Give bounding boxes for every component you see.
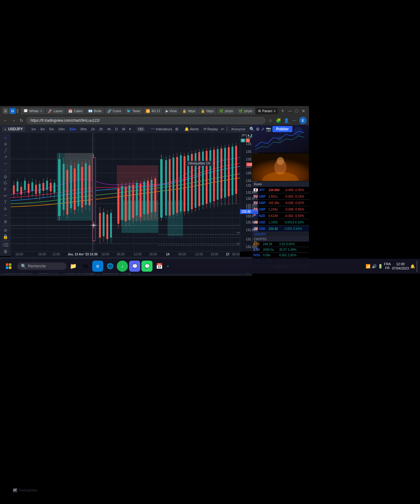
undo-button[interactable]: ↩: [221, 127, 224, 131]
tf-10m[interactable]: 10m: [57, 127, 66, 132]
active-tab-close[interactable]: ✕: [273, 109, 276, 113]
ticker-gbp2[interactable]: 🇬🇧 GBP 165.99x -0.028 -0.02%: [252, 200, 309, 206]
start-button[interactable]: [2, 260, 15, 272]
tab-phyto2[interactable]: 🌿 phyto: [236, 108, 255, 114]
tab-boite[interactable]: 📧 Boîte: [86, 108, 104, 114]
cursor-tool[interactable]: ⊹: [1, 135, 10, 140]
ray-tool[interactable]: ↗: [1, 154, 10, 160]
buy-button[interactable]: B: [241, 139, 245, 142]
notification-icon[interactable]: 🔔: [410, 264, 415, 269]
tf-w[interactable]: W: [121, 127, 127, 132]
taskbar-search[interactable]: 🔍 Recherche: [17, 262, 66, 270]
taskbar-calendar[interactable]: 📅: [154, 261, 165, 272]
label-tool[interactable]: A: [1, 206, 10, 211]
ticker-nzd[interactable]: 🇳🇿 NZD 0.6238 -0.002 -0.93%: [252, 213, 309, 219]
back-button[interactable]: ←: [2, 117, 9, 124]
language-indicator[interactable]: FRA FR: [384, 262, 391, 270]
taskbar-store[interactable]: 🛍: [80, 261, 91, 272]
tab-close-btn[interactable]: [17, 109, 18, 113]
indicators-button[interactable]: 〰 Indicateurs: [149, 126, 174, 132]
gann-tool[interactable]: G: [1, 180, 10, 186]
zoom-tool[interactable]: ⊕: [1, 219, 10, 224]
taskbar-discord[interactable]: 💬: [129, 261, 140, 272]
crosshair-tool[interactable]: ✛: [1, 141, 10, 147]
tf-5m[interactable]: 5m: [48, 127, 55, 132]
line-tool[interactable]: ╱: [1, 148, 10, 153]
tf-1m[interactable]: 1m: [30, 127, 37, 132]
tab-launc[interactable]: 🚀 Launc: [46, 108, 65, 114]
text-tool[interactable]: T: [1, 199, 10, 205]
symbol-button[interactable]: ● USDJPY: [2, 126, 25, 132]
ticker-usdjpy[interactable]: 🇺🇸 USD 133.42 0.851 0.64%: [252, 226, 309, 232]
profile-button[interactable]: 👤: [283, 117, 289, 124]
eraser-tool[interactable]: ⌫: [1, 242, 10, 248]
taskbar-chrome[interactable]: 🌐: [105, 261, 116, 272]
refresh-button[interactable]: ↻: [18, 117, 25, 124]
anonyme-button[interactable]: Anonyme: [228, 126, 248, 132]
taskbar-edge[interactable]: e: [92, 261, 103, 272]
tab-twee[interactable]: 🐦 Twee: [124, 108, 143, 114]
taskbar-whatsapp[interactable]: 💬: [141, 261, 153, 272]
close-button[interactable]: ✕: [300, 108, 307, 114]
minimize-button[interactable]: ─: [287, 108, 293, 114]
tab-calen[interactable]: 📅 Calen: [66, 108, 85, 114]
alert-button[interactable]: 🔔 Alerte: [183, 126, 200, 132]
search-icon[interactable]: 🔍: [249, 126, 255, 132]
taskbar-explorer[interactable]: 📁: [68, 261, 79, 272]
tab-https1[interactable]: 🔒 https: [180, 108, 198, 114]
fullscreen-icon[interactable]: ⤢: [261, 126, 265, 132]
tf-2h[interactable]: 2h: [97, 127, 104, 132]
wifi-icon[interactable]: 📶: [366, 264, 370, 269]
tf-15m[interactable]: 15m: [68, 127, 77, 132]
tf-30m[interactable]: 30m: [79, 127, 88, 132]
url-input[interactable]: [26, 117, 265, 124]
tf-more[interactable]: ▾: [128, 127, 132, 132]
channel-tool[interactable]: ⟋: [1, 167, 10, 173]
trash-tool[interactable]: 🗑: [1, 249, 10, 254]
tab-vime[interactable]: ▶ Vime: [163, 108, 180, 114]
tf-d[interactable]: D: [114, 127, 119, 132]
volume-icon[interactable]: 🔊: [372, 264, 377, 269]
brush-tool[interactable]: ✏: [1, 193, 10, 199]
browser-menu-icon[interactable]: ☰: [2, 108, 9, 114]
ticker-btc[interactable]: BTC 248.39 2.02 0.82%: [252, 242, 309, 247]
tab-corre[interactable]: 🔗 Corre: [105, 108, 124, 114]
maximize-button[interactable]: □: [294, 108, 299, 114]
ticker-eth[interactable]: ETH 2099.0x 35.07 1.48%: [252, 247, 309, 253]
ticker-jpy[interactable]: 🇯🇵 JPY 134.060 -0.009 -0.55%: [252, 187, 309, 193]
settings-icon[interactable]: ⚙: [256, 126, 260, 132]
bookmark-button[interactable]: ☆: [267, 117, 273, 124]
tf-3m[interactable]: 3m: [39, 127, 46, 132]
replay-button[interactable]: ⟳ Replay: [202, 126, 220, 132]
forward-button[interactable]: →: [10, 117, 17, 124]
taskbar-clock[interactable]: 12:00 07/04/2023: [392, 262, 409, 271]
extension-button[interactable]: 🧩: [275, 117, 281, 124]
sell-button[interactable]: S: [246, 139, 250, 142]
measure-tool[interactable]: ↔: [1, 212, 10, 218]
snapshot-icon[interactable]: 📷: [266, 126, 271, 132]
publish-button[interactable]: Publier: [272, 126, 292, 132]
chart-type-button[interactable]: OO: [137, 127, 145, 132]
new-tab-button[interactable]: +: [279, 107, 286, 115]
show-desktop-button[interactable]: [416, 261, 418, 272]
tab-param[interactable]: ⚙ Param ✕: [256, 108, 278, 114]
tab-https2[interactable]: 🔒 https: [198, 108, 216, 114]
browser-account-button[interactable]: E: [299, 117, 307, 124]
ticker-usd1[interactable]: 🇺🇸 USD 1.3352 0.0013 0.10%: [252, 219, 309, 226]
layout-button[interactable]: ⊞: [175, 127, 178, 131]
lock-tool[interactable]: 🔒: [1, 234, 10, 239]
fibonacci-tool[interactable]: F: [1, 186, 10, 192]
more-button[interactable]: ⋯: [291, 117, 297, 124]
tab-phyto1[interactable]: 🌿 phyto: [217, 108, 236, 114]
tab-close-icon[interactable]: ✕: [40, 109, 42, 113]
tab-4g[interactable]: 📶 4G Cl: [143, 108, 162, 114]
ticker-gbp3[interactable]: 🇬🇧 GBP 1.244x -0.008 -0.65%: [252, 206, 309, 213]
magnet-tool[interactable]: ⊛: [1, 227, 10, 233]
taskbar-spotify[interactable]: ♪: [117, 261, 128, 272]
hline-tool[interactable]: ─: [1, 160, 10, 166]
tf-1h[interactable]: 1h: [89, 127, 96, 132]
tab-whats[interactable]: 💬 Whats ✕: [21, 108, 45, 114]
battery-icon[interactable]: 🔋: [378, 264, 383, 269]
ticker-gbp1[interactable]: 🇬🇧 GBP 1.661x -0.002 -0.23%: [252, 193, 309, 200]
ticker-dog[interactable]: DOG 0.08x 0.002 2.85%: [252, 253, 309, 258]
